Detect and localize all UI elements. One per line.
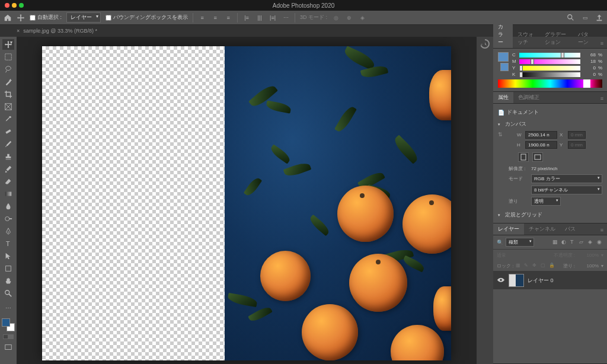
align-center-icon[interactable]: ≡ — [211, 14, 219, 22]
3d-orbit-icon[interactable]: ◎ — [332, 14, 340, 22]
fill-select[interactable]: 透明 — [531, 197, 561, 206]
distribute-h-icon[interactable]: ||| — [255, 14, 264, 22]
filter-smart-icon[interactable]: ◈ — [588, 239, 595, 245]
dodge-tool[interactable] — [2, 213, 14, 224]
tab-layers[interactable]: レイヤー — [493, 223, 524, 235]
slider-m[interactable]: M18% — [512, 59, 602, 64]
document-canvas[interactable] — [42, 46, 451, 360]
lock-position-icon[interactable]: ✥ — [532, 263, 539, 269]
align-right-icon[interactable]: ≡ — [224, 14, 232, 22]
panel-menu-icon[interactable]: ≡ — [597, 39, 607, 48]
history-panel-icon[interactable] — [480, 39, 490, 49]
document-tab[interactable]: ×sample.jpg @ 33.3% (RGB/8) * — [17, 28, 97, 34]
zoom-tool[interactable] — [2, 288, 14, 299]
type-tool[interactable]: T — [2, 238, 14, 249]
screen-mode-icon[interactable] — [2, 342, 14, 353]
close-tab-icon[interactable]: × — [17, 28, 20, 34]
edit-toolbar-icon[interactable]: ⋯ — [2, 302, 14, 313]
frame-tool[interactable] — [2, 101, 14, 112]
distribute-icon[interactable]: |≡ — [242, 14, 251, 22]
blur-tool[interactable] — [2, 201, 14, 212]
filter-pixel-icon[interactable]: ▦ — [552, 239, 559, 245]
layer-name[interactable]: レイヤー 0 — [528, 277, 554, 285]
pen-tool[interactable] — [2, 226, 14, 237]
y-field[interactable]: 0 mm — [568, 141, 586, 149]
home-icon[interactable] — [4, 14, 12, 22]
move-tool[interactable] — [2, 39, 14, 50]
path-select-tool[interactable] — [2, 251, 14, 261]
layer-filter-select[interactable]: 種類 — [506, 238, 534, 247]
foreground-color[interactable] — [2, 318, 10, 327]
blend-mode-select[interactable]: 通常 — [497, 252, 551, 258]
auto-select-mode-select[interactable]: レイヤー — [66, 12, 101, 23]
auto-select-checkbox[interactable]: 自動選択 : — [30, 14, 62, 21]
lock-all-icon[interactable]: 🔒 — [549, 263, 555, 269]
slider-y[interactable]: Y0% — [512, 65, 602, 71]
brush-tool[interactable] — [2, 139, 14, 149]
bit-depth-select[interactable]: 8 bit/チャンネル — [531, 186, 602, 194]
width-field[interactable]: 2500.14 n — [525, 131, 557, 139]
marquee-tool[interactable] — [2, 52, 14, 62]
slider-c[interactable]: C68% — [512, 52, 602, 58]
tab-gradients[interactable]: グラデーション — [540, 29, 574, 48]
crop-tool[interactable] — [2, 89, 14, 100]
align-left-icon[interactable]: ≡ — [198, 14, 206, 22]
portrait-btn[interactable] — [518, 152, 529, 162]
link-dimensions-icon[interactable]: ⇅ — [498, 130, 504, 139]
x-field[interactable]: 0 mm — [568, 131, 586, 139]
layer-item[interactable]: レイヤー 0 — [493, 272, 607, 289]
history-brush-tool[interactable] — [2, 164, 14, 174]
filter-type-icon[interactable]: T — [570, 239, 577, 245]
tab-properties[interactable]: 属性 — [493, 92, 513, 103]
color-spectrum[interactable] — [498, 79, 602, 88]
slider-k[interactable]: K0% — [512, 72, 602, 77]
show-bbox-checkbox[interactable]: バウンディングボックスを表示 — [106, 14, 188, 21]
lasso-tool[interactable] — [2, 64, 14, 75]
workspace-icon[interactable]: ▭ — [581, 14, 589, 22]
tab-patterns[interactable]: パターン — [573, 29, 596, 48]
panel-menu-icon[interactable]: ≡ — [597, 225, 607, 235]
hand-tool[interactable] — [2, 276, 14, 286]
filter-adjust-icon[interactable]: ◐ — [561, 239, 568, 245]
canvas-section-toggle[interactable]: ▾カンバス — [498, 119, 602, 130]
color-fg-swatch[interactable] — [498, 52, 509, 62]
minimize-window-icon[interactable] — [12, 3, 17, 8]
more-options-icon[interactable]: ⋯ — [282, 14, 290, 22]
3d-scale-icon[interactable]: ◈ — [358, 14, 366, 22]
panel-menu-icon[interactable]: ≡ — [597, 94, 607, 103]
color-mode-select[interactable]: RGB カラー — [531, 174, 602, 183]
fill-opacity-field[interactable]: 100% — [577, 263, 599, 269]
landscape-btn[interactable] — [532, 152, 543, 162]
lock-trans-icon[interactable]: ▦ — [516, 263, 522, 269]
height-field[interactable]: 1900.08 n — [525, 141, 557, 149]
color-swatches[interactable] — [2, 318, 15, 331]
rulers-section-toggle[interactable]: ▾定規とグリッド — [498, 209, 602, 221]
gradient-tool[interactable] — [2, 189, 14, 199]
tab-adjustments[interactable]: 色調補正 — [513, 92, 544, 103]
lock-artboard-icon[interactable]: ▢ — [541, 263, 547, 269]
magic-wand-tool[interactable] — [2, 76, 14, 87]
healing-tool[interactable] — [2, 126, 14, 137]
tab-swatches[interactable]: スウォッチ — [513, 29, 539, 48]
opacity-field[interactable]: 100% — [577, 253, 599, 258]
tab-color[interactable]: カラー — [493, 21, 513, 48]
visibility-icon[interactable] — [497, 277, 505, 284]
tab-channels[interactable]: チャンネル — [524, 223, 560, 235]
search-icon[interactable] — [567, 14, 575, 22]
shape-tool[interactable] — [2, 263, 14, 274]
quick-mask-toggle[interactable] — [3, 334, 14, 339]
distribute-v-icon[interactable]: |≡| — [269, 14, 277, 22]
stamp-tool[interactable] — [2, 151, 14, 162]
share-icon[interactable] — [595, 14, 603, 22]
maximize-window-icon[interactable] — [19, 3, 24, 8]
lock-brush-icon[interactable]: ✎ — [524, 263, 531, 269]
canvas-area[interactable] — [17, 37, 477, 364]
search-icon[interactable]: 🔍 — [497, 240, 503, 245]
eyedropper-tool[interactable] — [2, 114, 14, 124]
color-bg-swatch[interactable] — [500, 63, 509, 71]
filter-shape-icon[interactable]: ▱ — [579, 239, 586, 245]
tab-paths[interactable]: パス — [560, 223, 580, 235]
close-window-icon[interactable] — [5, 3, 9, 8]
3d-pan-icon[interactable]: ⊕ — [345, 14, 353, 22]
filter-toggle-icon[interactable]: ◉ — [597, 239, 603, 245]
